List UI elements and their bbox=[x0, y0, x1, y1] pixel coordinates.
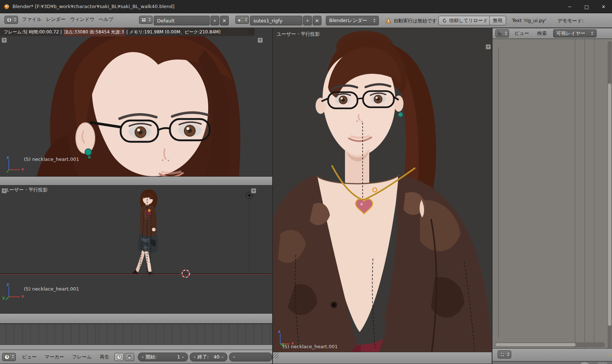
gizmo-z-label: z bbox=[7, 155, 9, 160]
clock-icon bbox=[117, 354, 122, 360]
properties-header: + bbox=[492, 348, 612, 361]
lock-icon bbox=[127, 354, 132, 360]
chevron-updown-icon bbox=[373, 18, 376, 23]
projection-label: ユーザー・平行投影 bbox=[277, 31, 320, 37]
info-menu[interactable]: レンダー bbox=[44, 15, 68, 24]
viewport-main[interactable] bbox=[272, 28, 492, 352]
timeline-menu[interactable]: マーカー bbox=[41, 353, 68, 361]
scene-browse-button[interactable] bbox=[235, 16, 249, 24]
projection-label: ユーザー・平行投影 bbox=[4, 187, 48, 193]
playback-sync-toggle[interactable] bbox=[114, 353, 124, 361]
editor-type-selector[interactable] bbox=[2, 353, 16, 361]
gizmo-y-label: y bbox=[2, 295, 5, 300]
frame-end-field[interactable]: ◂ 終了: 40 ▸ bbox=[190, 353, 227, 361]
properties-icon bbox=[499, 352, 505, 357]
lock-frame-toggle[interactable] bbox=[125, 353, 134, 361]
minimize-button[interactable]: ─ bbox=[561, 0, 578, 13]
editor-type-selector[interactable] bbox=[495, 29, 509, 37]
scene-delete-button[interactable]: ✕ bbox=[313, 16, 321, 25]
outliner-horizontal-scrollbar[interactable] bbox=[495, 342, 605, 347]
scene-icon bbox=[237, 17, 243, 23]
info-menu[interactable]: ウィンドウ bbox=[68, 15, 97, 24]
timeline-header: ビューマーカーフレーム再生 ◂ 開始: 1 ▸ ◂ 終了: 40 ▸ ◂ bbox=[0, 350, 272, 364]
timeline-menus: ビューマーカーフレーム再生 bbox=[18, 353, 113, 361]
region-expand-plus-icon[interactable]: + bbox=[257, 37, 263, 43]
current-frame-playhead[interactable] bbox=[0, 324, 1, 350]
info-menu[interactable]: ヘルプ bbox=[97, 15, 116, 24]
chevron-updown-icon bbox=[505, 31, 507, 36]
reload-trusted-button[interactable]: 信頼してリロード bbox=[438, 16, 492, 25]
region-expand-plus-icon[interactable]: + bbox=[1, 37, 7, 43]
gizmo-z-label: z bbox=[7, 282, 9, 287]
decrement-arrow-icon[interactable]: ◂ bbox=[193, 355, 195, 359]
gizmo-z-label: z bbox=[278, 329, 280, 334]
outliner-menu[interactable]: 検索 bbox=[533, 29, 551, 37]
frame-start-field[interactable]: ◂ 開始: 1 ▸ bbox=[138, 353, 188, 361]
screen-layout-delete-button[interactable]: ✕ bbox=[220, 16, 229, 25]
screen-layout-browse-button[interactable] bbox=[139, 16, 153, 24]
current-frame-field[interactable]: ◂ bbox=[229, 353, 272, 361]
clock-icon bbox=[4, 354, 10, 360]
scene-add-button[interactable]: ＋ bbox=[303, 16, 312, 25]
viewport-face-closeup[interactable] bbox=[0, 28, 272, 176]
outliner-tree bbox=[492, 39, 612, 352]
region-expand-plus-icon[interactable]: + bbox=[1, 188, 7, 194]
scene-name-field[interactable]: sutes1_rigfy bbox=[250, 16, 302, 25]
screen-layout-field[interactable]: Default bbox=[154, 16, 210, 25]
viewport-side-view[interactable] bbox=[0, 185, 272, 313]
chevron-updown-icon bbox=[12, 354, 14, 359]
stats-memory: | メモリ:191.98M (0.00M、ピーク:210.84M) bbox=[125, 29, 221, 35]
viewport-side-render bbox=[0, 185, 272, 313]
editor-type-selector[interactable] bbox=[498, 350, 511, 358]
chevron-updown-icon bbox=[14, 18, 16, 22]
timeline-menu[interactable]: ビュー bbox=[18, 353, 41, 361]
plus-icon[interactable]: + bbox=[608, 352, 612, 358]
outliner-menus: ビュー検索 bbox=[510, 29, 551, 37]
info-menu[interactable]: ファイル bbox=[20, 15, 44, 24]
timeline-number-strip bbox=[0, 345, 272, 350]
scene-stats-bar: フレーム:5| 時間:00:00.72 | 頂点:33080 面:58454 光… bbox=[0, 28, 255, 36]
warning-icon bbox=[385, 18, 391, 24]
stats-geometry: 頂点:33080 面:58454 光源:3 bbox=[63, 28, 125, 36]
window-title: Blender* [F:¥3D¥b_work¥charactor¥saki_BL… bbox=[13, 4, 174, 9]
active-object-label: (5) necklace_heart.001 bbox=[24, 156, 79, 162]
screen-layout-icon bbox=[141, 17, 147, 23]
gizmo-x-label: x bbox=[21, 294, 24, 299]
decrement-arrow-icon[interactable]: ◂ bbox=[233, 355, 235, 359]
viewport-main-render bbox=[273, 28, 492, 352]
info-icon bbox=[6, 17, 12, 23]
gizmo-x-label: x bbox=[21, 167, 24, 172]
increment-arrow-icon[interactable]: ▸ bbox=[182, 355, 184, 359]
timeline-ruler[interactable] bbox=[0, 324, 272, 350]
title-bar: Blender* [F:¥3D¥b_work¥charactor¥saki_BL… bbox=[0, 0, 612, 13]
chevron-updown-icon bbox=[245, 18, 247, 22]
stats-frame-time: フレーム:5| 時間:00:00.72 | bbox=[4, 29, 63, 35]
ignore-button[interactable]: 無視 bbox=[489, 16, 506, 25]
region-expand-plus-icon[interactable]: + bbox=[485, 44, 491, 50]
reload-icon bbox=[442, 18, 447, 23]
outliner-menu[interactable]: ビュー bbox=[510, 29, 533, 37]
timeline-menu[interactable]: 再生 bbox=[96, 353, 113, 361]
outliner-header: ビュー検索 可視レイヤー bbox=[492, 28, 612, 39]
active-object-label: (5) necklace_heart.001 bbox=[24, 286, 79, 292]
increment-arrow-icon[interactable]: ▸ bbox=[222, 355, 224, 359]
outliner-filter-dropdown[interactable]: 可視レイヤー bbox=[553, 29, 597, 37]
maximize-button[interactable]: □ bbox=[578, 0, 595, 13]
viewport-face-render bbox=[0, 28, 272, 176]
chevron-updown-icon bbox=[507, 352, 509, 357]
chevron-updown-icon bbox=[591, 31, 593, 36]
autorun-warning-text: 自動実行は無効です bbox=[394, 18, 437, 24]
blender-window: Blender* [F:¥3D¥b_work¥charactor¥saki_BL… bbox=[0, 0, 612, 364]
render-engine-dropdown[interactable]: Blenderレンダー bbox=[326, 16, 379, 25]
info-menus: ファイルレンダーウィンドウヘルプ bbox=[20, 15, 116, 24]
region-expand-plus-icon[interactable]: + bbox=[251, 188, 256, 194]
screen-layout-add-button[interactable]: ＋ bbox=[210, 16, 219, 25]
close-button[interactable]: ✕ bbox=[595, 0, 612, 13]
demo-mode-label: デモモード: bbox=[558, 18, 584, 24]
timeline-menu[interactable]: フレーム bbox=[68, 353, 96, 361]
editor-type-selector[interactable] bbox=[4, 16, 18, 24]
chevron-updown-icon bbox=[149, 18, 151, 22]
outliner-scrollbar[interactable] bbox=[608, 41, 612, 349]
active-object-label: (5) necklace_heart.001 bbox=[282, 344, 338, 349]
decrement-arrow-icon[interactable]: ◂ bbox=[142, 355, 143, 359]
